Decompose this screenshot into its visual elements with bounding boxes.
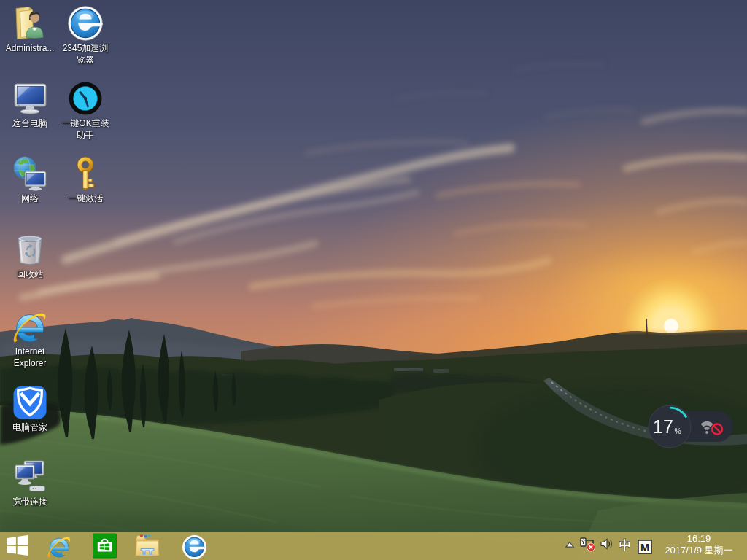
svg-text:17: 17: [653, 416, 673, 437]
svg-text:中: 中: [619, 538, 632, 551]
svg-text:%: %: [675, 427, 681, 435]
